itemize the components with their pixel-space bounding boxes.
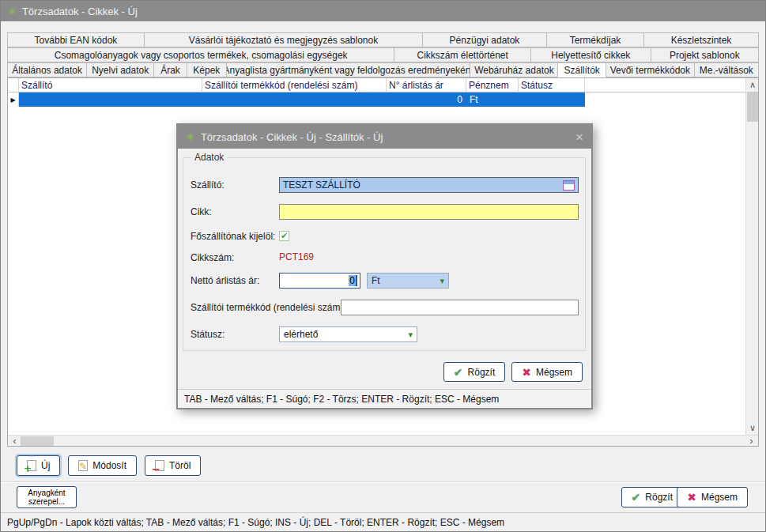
app-icon: ✳ bbox=[8, 6, 17, 17]
cikkszam-row: Cikkszám: bbox=[191, 250, 583, 266]
cancel-button-main[interactable]: ✖ Mégsem bbox=[677, 487, 748, 507]
chevron-down-icon: ▾ bbox=[440, 276, 444, 286]
dialog-title: Törzsadatok - Cikkek - Új - Szállítók - … bbox=[201, 131, 383, 143]
cikk-label: Cikk: bbox=[191, 206, 212, 217]
szallito-label: Szállító: bbox=[191, 179, 225, 191]
foszallito-row: Főszállítónak kijelöl: bbox=[191, 228, 583, 244]
tab-me-valtasok[interactable]: Me.-váltások bbox=[694, 62, 759, 77]
tab-row-3: Általános adatok Nyelvi adatok Árak Képe… bbox=[7, 62, 759, 77]
check-icon: ✔ bbox=[632, 491, 641, 504]
dialog-body: Adatok Szállító: TESZT SZÁLLÍTÓ Cikk: Fő… bbox=[178, 149, 591, 408]
cikkszam-value: PCT169 bbox=[279, 251, 314, 262]
save-button-main[interactable]: ✔ Rögzít bbox=[621, 487, 683, 507]
window-title: Törzsadatok - Cikkek - Új bbox=[22, 6, 138, 17]
szallito-lookup-field[interactable]: TESZT SZÁLLÍTÓ bbox=[279, 177, 579, 193]
row-indicator-icon: ▶ bbox=[8, 92, 19, 107]
groupbox-label: Adatok bbox=[191, 152, 227, 163]
currency-value: Ft bbox=[372, 275, 380, 286]
tab-szallitok[interactable]: Szállítók bbox=[557, 62, 606, 77]
close-icon[interactable]: × bbox=[575, 130, 583, 144]
scroll-up-icon[interactable]: ∧ bbox=[746, 79, 759, 91]
tab-projekt-sablonok[interactable]: Projekt sablonok bbox=[651, 47, 759, 62]
vertical-scrollbar-thumb[interactable] bbox=[747, 92, 758, 122]
tab-cikkszam-elettortenet[interactable]: Cikkszám élettörténet bbox=[394, 47, 531, 62]
main-window: ✳ Törzsadatok - Cikkek - Új További EAN … bbox=[0, 0, 766, 532]
scroll-left-icon[interactable]: ‹ bbox=[9, 436, 21, 446]
currency-select[interactable]: Ft ▾ bbox=[367, 273, 449, 289]
cell-penznem: Ft bbox=[466, 92, 519, 107]
main-status-bar: PgUp/PgDn - Lapok közti váltás; TAB - Me… bbox=[1, 512, 765, 531]
edit-pencil-icon: ✎ bbox=[78, 460, 88, 471]
statusz-value: elérhető bbox=[284, 329, 318, 340]
tab-helyettesito-cikkek[interactable]: Helyettesítő cikkek bbox=[530, 47, 651, 62]
table-row[interactable]: ▶ 0 Ft bbox=[8, 92, 758, 107]
new-doc-icon: + bbox=[27, 460, 36, 471]
tab-keszletszintek[interactable]: Készletszintek bbox=[643, 32, 759, 47]
cikk-input[interactable] bbox=[279, 204, 579, 220]
cancel-x-icon: ✖ bbox=[522, 366, 531, 379]
material-usage-button[interactable]: Anyagként szerepel... bbox=[17, 486, 77, 508]
tab-termekdijak[interactable]: Termékdíjak bbox=[546, 32, 644, 47]
dialog-titlebar[interactable]: ✳ Törzsadatok - Cikkek - Új - Szállítók … bbox=[178, 125, 591, 149]
szallito-value: TESZT SZÁLLÍTÓ bbox=[283, 179, 360, 191]
col-header-penznem[interactable]: Pénznem bbox=[466, 78, 519, 92]
cell-szallito bbox=[19, 92, 202, 107]
scroll-down-icon[interactable]: ∨ bbox=[746, 422, 759, 434]
check-icon: ✔ bbox=[454, 366, 463, 379]
delete-doc-icon: − bbox=[155, 460, 164, 471]
horizontal-scrollbar[interactable]: ‹ › bbox=[8, 435, 758, 446]
foszallito-label: Főszállítónak kijelöl: bbox=[191, 231, 275, 242]
tab-kepek[interactable]: Képek bbox=[187, 62, 227, 77]
cell-statusz bbox=[519, 92, 585, 107]
col-header-termekkod[interactable]: Szállítói termékkód (rendelési szám) bbox=[202, 78, 387, 92]
checkbox-check-icon: ✔ bbox=[281, 231, 288, 241]
dialog-button-row: ✔ Rögzít ✖ Mégsem bbox=[443, 362, 583, 382]
termekkod-input[interactable] bbox=[341, 300, 579, 315]
col-header-szallito[interactable]: Szállító bbox=[19, 78, 202, 92]
crud-button-row: + Új ✎ Módosít − Töröl bbox=[17, 455, 201, 476]
separator-line bbox=[1, 481, 765, 483]
horizontal-scrollbar-thumb[interactable] bbox=[21, 436, 54, 446]
save-button-dialog[interactable]: ✔ Rögzít bbox=[443, 362, 505, 382]
foszallito-checkbox[interactable]: ✔ bbox=[279, 231, 289, 241]
dialog-app-icon: ✳ bbox=[186, 131, 194, 143]
cikkszam-label: Cikkszám: bbox=[191, 252, 234, 263]
tab-tovabbi-ean-kodok[interactable]: További EAN kódok bbox=[7, 32, 145, 47]
termekkod-label: Szállítói termékkód (rendelési szám): bbox=[191, 302, 346, 313]
statusz-label: Státusz: bbox=[191, 329, 225, 340]
col-header-statusz[interactable]: Státusz bbox=[519, 78, 585, 92]
modify-button[interactable]: ✎ Módosít bbox=[68, 455, 137, 476]
tab-vevoi-termekkodok[interactable]: Vevői termékkódok bbox=[606, 62, 695, 77]
tab-nyelvi-adatok[interactable]: Nyelvi adatok bbox=[86, 62, 154, 77]
cancel-x-icon: ✖ bbox=[687, 491, 696, 504]
dialog-status-text: TAB - Mező váltás; F1 - Súgó; F2 - Törzs… bbox=[184, 394, 499, 405]
tab-csomagoloanyagok[interactable]: Csomagolóanyagok vagy csoportos termékek… bbox=[7, 47, 394, 62]
tab-row-1: További EAN kódok Vásárlói tájékoztató é… bbox=[7, 32, 759, 47]
tab-altalanos-adatok[interactable]: Általános adatok bbox=[7, 62, 87, 77]
cell-termekkod bbox=[202, 92, 387, 107]
delete-button[interactable]: − Töröl bbox=[145, 455, 201, 476]
netto-ar-input[interactable]: 0 bbox=[279, 273, 360, 289]
lookup-window-icon[interactable] bbox=[563, 180, 575, 191]
grid-indicator-header bbox=[8, 78, 19, 92]
tab-anyaglista[interactable]: Anyaglista gyártmányként vagy feldolgozá… bbox=[226, 62, 470, 77]
col-header-arlistas-ar[interactable]: N° árlistás ár bbox=[387, 78, 466, 92]
supplier-new-dialog: ✳ Törzsadatok - Cikkek - Új - Szállítók … bbox=[176, 123, 593, 409]
tab-penzugyi-adatok[interactable]: Pénzügyi adatok bbox=[422, 32, 547, 47]
grid-header: Szállító Szállítói termékkód (rendelési … bbox=[8, 78, 758, 92]
statusz-select[interactable]: elérhető ▾ bbox=[279, 326, 417, 342]
window-titlebar[interactable]: ✳ Törzsadatok - Cikkek - Új bbox=[1, 1, 765, 21]
dialog-status-bar: TAB - Mező váltás; F1 - Súgó; F2 - Törzs… bbox=[178, 389, 591, 408]
tab-webaruhaz-adatok[interactable]: Webáruház adatok bbox=[470, 62, 558, 77]
main-status-text: PgUp/PgDn - Lapok közti váltás; TAB - Me… bbox=[7, 517, 504, 528]
vertical-scrollbar[interactable]: ∧ ∨ bbox=[745, 78, 758, 435]
cancel-button-dialog[interactable]: ✖ Mégsem bbox=[511, 362, 583, 382]
tab-vasarloi-tajekoztato[interactable]: Vásárlói tájékoztató és megjegyzés sablo… bbox=[144, 32, 423, 47]
scroll-right-icon[interactable]: › bbox=[745, 436, 757, 446]
cell-arlistas-ar: 0 bbox=[387, 92, 466, 107]
chevron-down-icon: ▾ bbox=[408, 330, 413, 340]
tab-arak[interactable]: Árak bbox=[153, 62, 187, 77]
new-button[interactable]: + Új bbox=[17, 455, 60, 476]
netto-ar-label: Nettó árlistás ár: bbox=[191, 275, 259, 286]
netto-ar-value: 0 bbox=[349, 275, 357, 286]
